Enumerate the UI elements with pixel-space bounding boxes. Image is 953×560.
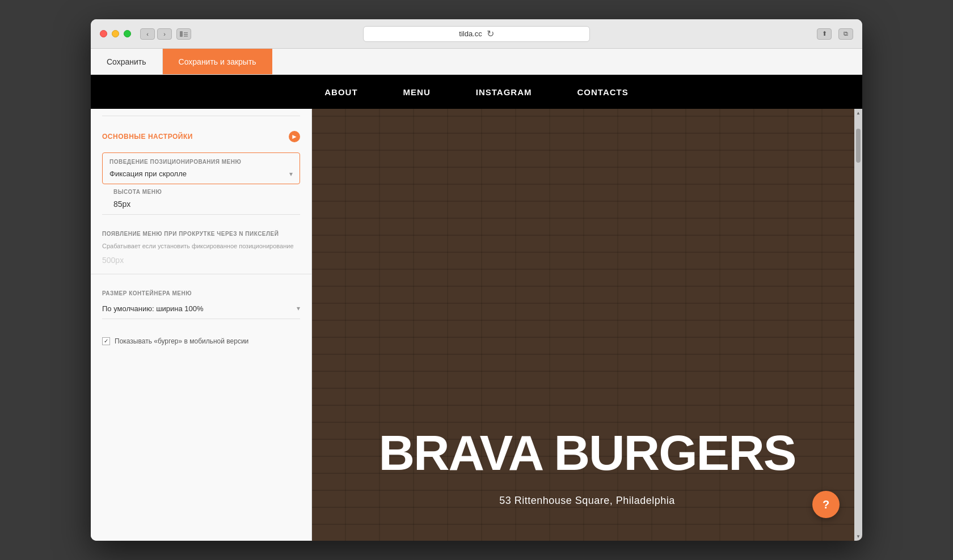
scroll-label: ПОЯВЛЕНИЕ МЕНЮ ПРИ ПРОКРУТКЕ ЧЕРЕЗ N ПИК… bbox=[102, 231, 300, 237]
mobile-burger-checkbox[interactable] bbox=[102, 337, 110, 345]
svg-rect-0 bbox=[180, 31, 183, 37]
scrollbar-thumb[interactable] bbox=[856, 129, 861, 163]
scroll-description: Срабатывает если установить фиксированно… bbox=[102, 241, 300, 251]
preview-title: BRAVA BURGERS bbox=[378, 428, 795, 478]
container-label: РАЗМЕР КОНТЕЙНЕРА МЕНЮ bbox=[102, 290, 300, 296]
container-chevron-icon: ▾ bbox=[297, 304, 300, 312]
nav-item-about[interactable]: ABOUT bbox=[324, 87, 357, 97]
duplicate-button[interactable]: ⧉ bbox=[838, 28, 853, 40]
scroll-placeholder[interactable]: 500px bbox=[102, 256, 300, 265]
preview-area: BRAVA BURGERS 53 Rittenhouse Square, Phi… bbox=[312, 109, 862, 541]
spacer-3 bbox=[91, 319, 311, 330]
help-button[interactable]: ? bbox=[812, 491, 840, 518]
settings-section-title: ОСНОВНЫЕ НАСТРОЙКИ bbox=[102, 133, 193, 141]
scroll-up-arrow[interactable]: ▲ bbox=[854, 109, 862, 117]
sidebar-icon bbox=[180, 31, 188, 37]
settings-section-header[interactable]: ОСНОВНЫЕ НАСТРОЙКИ ► bbox=[91, 123, 311, 148]
positioning-field[interactable]: ПОВЕДЕНИЕ ПОЗИЦИОНИРОВАНИЯ МЕНЮ Фиксация… bbox=[102, 152, 300, 184]
chevron-down-icon: ▾ bbox=[289, 170, 293, 178]
svg-rect-3 bbox=[184, 36, 188, 37]
body-area: ОСНОВНЫЕ НАСТРОЙКИ ► ПОВЕДЕНИЕ ПОЗИЦИОНИ… bbox=[91, 109, 862, 541]
checkbox-row[interactable]: Показывать «бургер» в мобильной версии bbox=[91, 330, 311, 352]
sidebar-toggle-button[interactable] bbox=[176, 28, 191, 40]
settings-panel: ОСНОВНЫЕ НАСТРОЙКИ ► ПОВЕДЕНИЕ ПОЗИЦИОНИ… bbox=[91, 109, 312, 541]
scroll-field: ПОЯВЛЕНИЕ МЕНЮ ПРИ ПРОКРУТКЕ ЧЕРЕЗ N ПИК… bbox=[91, 231, 311, 237]
right-controls: ⬆ ⧉ bbox=[817, 28, 853, 40]
forward-button[interactable]: › bbox=[157, 28, 172, 40]
preview-address: 53 Rittenhouse Square, Philadelphia bbox=[499, 495, 675, 507]
scroll-input-area: 500px bbox=[91, 256, 311, 274]
height-field: ВЫСОТА МЕНЮ 85px bbox=[102, 189, 300, 215]
nav-buttons: ‹ › bbox=[140, 28, 172, 40]
nav-item-menu[interactable]: MENU bbox=[403, 87, 431, 97]
traffic-lights bbox=[100, 30, 131, 37]
height-label: ВЫСОТА МЕНЮ bbox=[113, 189, 289, 195]
settings-section-icon[interactable]: ► bbox=[289, 131, 300, 142]
scrollbar[interactable]: ▲ ▼ bbox=[854, 109, 862, 541]
svg-rect-1 bbox=[184, 32, 188, 33]
save-close-button[interactable]: Сохранить и закрыть bbox=[163, 49, 272, 74]
preview-content: BRAVA BURGERS 53 Rittenhouse Square, Phi… bbox=[312, 428, 862, 507]
url-text: tilda.cc bbox=[459, 29, 482, 38]
nav-item-contacts[interactable]: CONTACTS bbox=[577, 87, 629, 97]
nav-item-instagram[interactable]: INSTAGRAM bbox=[476, 87, 532, 97]
positioning-select[interactable]: Фиксация при скролле ▾ bbox=[109, 169, 293, 178]
spacer-2 bbox=[91, 279, 311, 290]
traffic-light-close[interactable] bbox=[100, 30, 107, 37]
spacer-1 bbox=[91, 219, 311, 231]
address-bar[interactable]: tilda.cc ↻ bbox=[363, 26, 590, 42]
website-navbar: ABOUT MENU INSTAGRAM CONTACTS bbox=[91, 75, 862, 109]
height-value[interactable]: 85px bbox=[113, 200, 289, 209]
back-button[interactable]: ‹ bbox=[140, 28, 155, 40]
container-field: РАЗМЕР КОНТЕЙНЕРА МЕНЮ По умолчанию: шир… bbox=[91, 290, 311, 319]
positioning-value: Фиксация при скролле bbox=[109, 169, 187, 178]
top-divider bbox=[102, 116, 300, 116]
traffic-light-minimize[interactable] bbox=[112, 30, 119, 37]
mac-window: ‹ › tilda.cc ↻ ⬆ ⧉ Сохранить Сохранить и… bbox=[91, 19, 862, 541]
main-content: Сохранить Сохранить и закрыть ABOUT MENU… bbox=[91, 49, 862, 541]
positioning-label: ПОВЕДЕНИЕ ПОЗИЦИОНИРОВАНИЯ МЕНЮ bbox=[109, 159, 293, 165]
reload-button[interactable]: ↻ bbox=[487, 28, 494, 39]
save-button[interactable]: Сохранить bbox=[91, 49, 163, 74]
traffic-light-fullscreen[interactable] bbox=[124, 30, 131, 37]
share-button[interactable]: ⬆ bbox=[817, 28, 832, 40]
editor-toolbar: Сохранить Сохранить и закрыть bbox=[91, 49, 862, 75]
svg-rect-2 bbox=[184, 34, 188, 35]
scroll-down-arrow[interactable]: ▼ bbox=[854, 532, 862, 541]
checkbox-label: Показывать «бургер» в мобильной версии bbox=[115, 337, 248, 345]
title-bar: ‹ › tilda.cc ↻ ⬆ ⧉ bbox=[91, 19, 862, 49]
container-value: По умолчанию: ширина 100% bbox=[102, 304, 204, 313]
container-select[interactable]: По умолчанию: ширина 100% ▾ bbox=[102, 301, 300, 313]
